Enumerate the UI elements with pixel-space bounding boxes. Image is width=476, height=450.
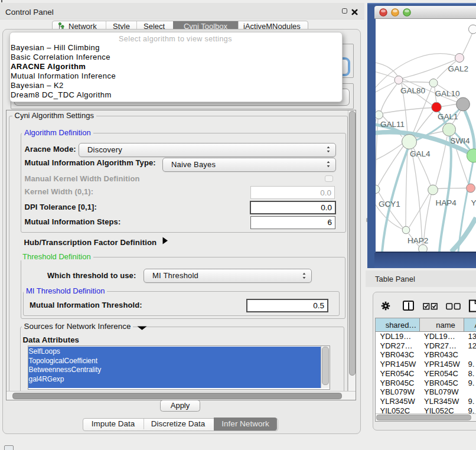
svg-text:GCY1: GCY1: [379, 200, 400, 208]
svg-text:GAL1: GAL1: [438, 112, 458, 121]
svg-text:GAL11: GAL11: [380, 119, 405, 128]
svg-text:GAL2: GAL2: [448, 64, 469, 73]
svg-text:HAP2: HAP2: [407, 236, 428, 245]
svg-text:HAP4: HAP4: [436, 198, 457, 207]
svg-text:GAL80: GAL80: [400, 86, 425, 95]
svg-text:Y: Y: [471, 198, 476, 207]
svg-text:GAL10: GAL10: [435, 89, 460, 98]
svg-text:SWI4: SWI4: [451, 136, 470, 145]
svg-text:GAL4: GAL4: [410, 149, 431, 158]
